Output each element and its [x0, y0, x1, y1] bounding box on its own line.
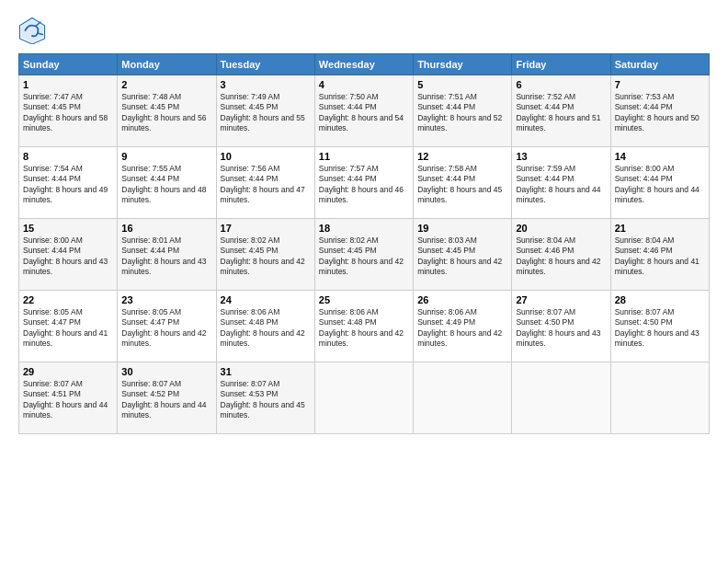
weekday-header: Tuesday: [216, 54, 314, 75]
day-content: Sunrise: 7:47 AMSunset: 4:45 PMDaylight:…: [23, 92, 113, 134]
day-number: 6: [516, 79, 606, 90]
day-number: 11: [319, 151, 409, 162]
day-number: 8: [23, 151, 113, 162]
calendar-day-cell: 11 Sunrise: 7:57 AMSunset: 4:44 PMDaylig…: [314, 147, 413, 219]
day-number: 22: [23, 294, 113, 305]
day-content: Sunrise: 8:00 AMSunset: 4:44 PMDaylight:…: [615, 164, 705, 206]
day-content: Sunrise: 8:02 AMSunset: 4:45 PMDaylight:…: [319, 236, 409, 278]
calendar-day-cell: 3 Sunrise: 7:49 AMSunset: 4:45 PMDayligh…: [216, 75, 314, 147]
calendar-day-cell: 26 Sunrise: 8:06 AMSunset: 4:49 PMDaylig…: [414, 291, 512, 362]
day-number: 16: [121, 223, 211, 234]
day-number: 15: [23, 223, 113, 234]
calendar-day-cell: [512, 362, 610, 434]
logo-icon: [18, 17, 46, 44]
calendar-header: SundayMondayTuesdayWednesdayThursdayFrid…: [19, 54, 710, 75]
day-number: 23: [121, 294, 211, 305]
day-content: Sunrise: 8:07 AMSunset: 4:51 PMDaylight:…: [23, 379, 113, 421]
day-number: 10: [221, 151, 311, 162]
day-content: Sunrise: 8:07 AMSunset: 4:52 PMDaylight:…: [121, 379, 211, 421]
calendar-day-cell: 7 Sunrise: 7:53 AMSunset: 4:44 PMDayligh…: [610, 75, 709, 147]
calendar-day-cell: 25 Sunrise: 8:06 AMSunset: 4:48 PMDaylig…: [314, 291, 413, 362]
day-number: 13: [516, 151, 606, 162]
day-number: 18: [319, 223, 409, 234]
calendar-table: SundayMondayTuesdayWednesdayThursdayFrid…: [18, 53, 710, 434]
calendar-day-cell: 28 Sunrise: 8:07 AMSunset: 4:50 PMDaylig…: [610, 291, 709, 362]
calendar-day-cell: 18 Sunrise: 8:02 AMSunset: 4:45 PMDaylig…: [314, 219, 413, 291]
calendar-day-cell: [314, 362, 413, 434]
calendar-day-cell: 17 Sunrise: 8:02 AMSunset: 4:45 PMDaylig…: [216, 219, 314, 291]
day-content: Sunrise: 7:54 AMSunset: 4:44 PMDaylight:…: [23, 164, 113, 206]
day-content: Sunrise: 8:05 AMSunset: 4:47 PMDaylight:…: [121, 307, 211, 350]
calendar-day-cell: 16 Sunrise: 8:01 AMSunset: 4:44 PMDaylig…: [118, 219, 216, 291]
calendar-day-cell: 12 Sunrise: 7:58 AMSunset: 4:44 PMDaylig…: [414, 147, 512, 219]
day-number: 19: [417, 223, 507, 234]
day-number: 7: [615, 79, 705, 90]
day-number: 27: [516, 294, 606, 305]
day-content: Sunrise: 7:52 AMSunset: 4:44 PMDaylight:…: [516, 92, 606, 134]
calendar-day-cell: 9 Sunrise: 7:55 AMSunset: 4:44 PMDayligh…: [118, 147, 216, 219]
calendar-day-cell: [414, 362, 512, 434]
day-content: Sunrise: 8:06 AMSunset: 4:49 PMDaylight:…: [417, 307, 507, 350]
day-content: Sunrise: 7:58 AMSunset: 4:44 PMDaylight:…: [417, 164, 507, 206]
day-number: 29: [23, 366, 113, 377]
day-number: 31: [221, 366, 311, 377]
weekday-header: Friday: [512, 54, 610, 75]
calendar-week-row: 22 Sunrise: 8:05 AMSunset: 4:47 PMDaylig…: [19, 291, 710, 362]
calendar-day-cell: [610, 362, 709, 434]
calendar-day-cell: 15 Sunrise: 8:00 AMSunset: 4:44 PMDaylig…: [19, 219, 118, 291]
calendar-day-cell: 8 Sunrise: 7:54 AMSunset: 4:44 PMDayligh…: [19, 147, 118, 219]
day-content: Sunrise: 7:48 AMSunset: 4:45 PMDaylight:…: [121, 92, 211, 134]
day-number: 20: [516, 223, 606, 234]
day-number: 1: [23, 79, 113, 90]
calendar-body: 1 Sunrise: 7:47 AMSunset: 4:45 PMDayligh…: [19, 75, 710, 434]
calendar-day-cell: 6 Sunrise: 7:52 AMSunset: 4:44 PMDayligh…: [512, 75, 610, 147]
day-number: 26: [417, 294, 507, 305]
calendar-day-cell: 31 Sunrise: 8:07 AMSunset: 4:53 PMDaylig…: [216, 362, 314, 434]
calendar-day-cell: 19 Sunrise: 8:03 AMSunset: 4:45 PMDaylig…: [414, 219, 512, 291]
day-content: Sunrise: 7:56 AMSunset: 4:44 PMDaylight:…: [221, 164, 311, 206]
day-content: Sunrise: 8:04 AMSunset: 4:46 PMDaylight:…: [615, 236, 705, 278]
day-content: Sunrise: 8:04 AMSunset: 4:46 PMDaylight:…: [516, 236, 606, 278]
calendar-day-cell: 5 Sunrise: 7:51 AMSunset: 4:44 PMDayligh…: [414, 75, 512, 147]
header: [18, 17, 710, 44]
day-content: Sunrise: 8:05 AMSunset: 4:47 PMDaylight:…: [23, 307, 113, 350]
day-content: Sunrise: 7:55 AMSunset: 4:44 PMDaylight:…: [121, 164, 211, 206]
day-number: 24: [221, 294, 311, 305]
day-number: 17: [221, 223, 311, 234]
calendar-day-cell: 27 Sunrise: 8:07 AMSunset: 4:50 PMDaylig…: [512, 291, 610, 362]
day-number: 2: [121, 79, 211, 90]
calendar-day-cell: 14 Sunrise: 8:00 AMSunset: 4:44 PMDaylig…: [610, 147, 709, 219]
day-number: 30: [121, 366, 211, 377]
day-content: Sunrise: 7:53 AMSunset: 4:44 PMDaylight:…: [615, 92, 705, 134]
day-content: Sunrise: 8:00 AMSunset: 4:44 PMDaylight:…: [23, 236, 113, 278]
day-content: Sunrise: 8:07 AMSunset: 4:50 PMDaylight:…: [615, 307, 705, 350]
logo: [18, 17, 50, 44]
header-row: SundayMondayTuesdayWednesdayThursdayFrid…: [19, 54, 710, 75]
day-content: Sunrise: 8:06 AMSunset: 4:48 PMDaylight:…: [221, 307, 311, 350]
day-number: 12: [417, 151, 507, 162]
day-content: Sunrise: 7:59 AMSunset: 4:44 PMDaylight:…: [516, 164, 606, 206]
calendar-day-cell: 22 Sunrise: 8:05 AMSunset: 4:47 PMDaylig…: [19, 291, 118, 362]
day-content: Sunrise: 8:07 AMSunset: 4:50 PMDaylight:…: [516, 307, 606, 350]
day-number: 4: [319, 79, 409, 90]
day-content: Sunrise: 8:01 AMSunset: 4:44 PMDaylight:…: [121, 236, 211, 278]
calendar-day-cell: 10 Sunrise: 7:56 AMSunset: 4:44 PMDaylig…: [216, 147, 314, 219]
day-content: Sunrise: 8:02 AMSunset: 4:45 PMDaylight:…: [221, 236, 311, 278]
day-content: Sunrise: 7:49 AMSunset: 4:45 PMDaylight:…: [221, 92, 311, 134]
day-number: 28: [615, 294, 705, 305]
calendar-day-cell: 23 Sunrise: 8:05 AMSunset: 4:47 PMDaylig…: [118, 291, 216, 362]
day-content: Sunrise: 8:06 AMSunset: 4:48 PMDaylight:…: [319, 307, 409, 350]
calendar-week-row: 29 Sunrise: 8:07 AMSunset: 4:51 PMDaylig…: [19, 362, 710, 434]
weekday-header: Sunday: [19, 54, 118, 75]
weekday-header: Thursday: [414, 54, 512, 75]
day-number: 9: [121, 151, 211, 162]
calendar-week-row: 15 Sunrise: 8:00 AMSunset: 4:44 PMDaylig…: [19, 219, 710, 291]
calendar-day-cell: 30 Sunrise: 8:07 AMSunset: 4:52 PMDaylig…: [118, 362, 216, 434]
calendar-day-cell: 1 Sunrise: 7:47 AMSunset: 4:45 PMDayligh…: [19, 75, 118, 147]
calendar-week-row: 1 Sunrise: 7:47 AMSunset: 4:45 PMDayligh…: [19, 75, 710, 147]
calendar-day-cell: 29 Sunrise: 8:07 AMSunset: 4:51 PMDaylig…: [19, 362, 118, 434]
calendar-week-row: 8 Sunrise: 7:54 AMSunset: 4:44 PMDayligh…: [19, 147, 710, 219]
day-content: Sunrise: 7:57 AMSunset: 4:44 PMDaylight:…: [319, 164, 409, 206]
day-content: Sunrise: 8:07 AMSunset: 4:53 PMDaylight:…: [221, 379, 311, 421]
page: SundayMondayTuesdayWednesdayThursdayFrid…: [0, 0, 728, 563]
